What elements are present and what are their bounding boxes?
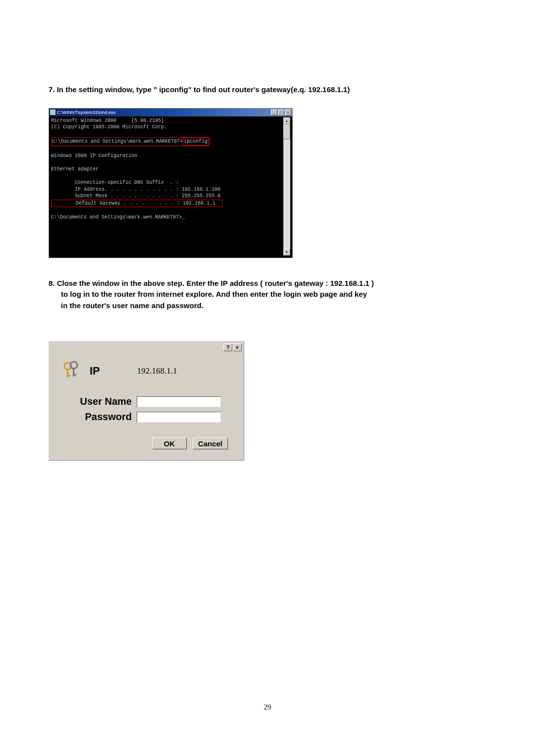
minimize-button[interactable]: _ <box>271 109 277 115</box>
login-body: IP 192.168.1.1 User Name Password OK Can… <box>50 352 243 459</box>
password-label: Password <box>60 411 137 423</box>
scroll-thumb[interactable] <box>283 124 290 139</box>
login-buttons: OK Cancel <box>60 437 233 449</box>
step-8-line2: to log in to the router from internet ex… <box>49 289 486 300</box>
close-button[interactable]: × <box>285 109 291 115</box>
ipconfig-command: ipconfig <box>183 138 209 146</box>
cmd-title: C:\WINNT\system32\cmd.exe <box>50 109 116 115</box>
default-gateway-line: Default Gateway . . . . . . . . . : 192.… <box>51 200 222 208</box>
svg-rect-5 <box>73 374 76 376</box>
password-row: Password <box>60 411 233 423</box>
scroll-up-button[interactable]: ▴ <box>283 117 290 124</box>
login-header: IP 192.168.1.1 <box>60 361 233 381</box>
close-button[interactable]: × <box>233 343 242 351</box>
cmd-line: Windows 2000 IP Configuration <box>51 153 137 159</box>
username-label: User Name <box>60 396 137 407</box>
cmd-prompt: C:\Documents and Settings\mark.wen.MARKE… <box>52 139 183 144</box>
cmd-window-controls: _ □ × <box>271 109 291 115</box>
cmd-highlighted-line: C:\Documents and Settings\mark.wen.MARKE… <box>51 137 210 146</box>
cmd-titlebar: C:\WINNT\system32\cmd.exe _ □ × <box>49 108 292 116</box>
scroll-down-button[interactable]: ▾ <box>283 249 290 256</box>
step-7-text: 7. In the setting window, type " ipconfi… <box>49 84 486 96</box>
cmd-line: Ethernet adapter <box>51 166 99 172</box>
step-8-line1: 8. Close the window in the above step. E… <box>49 278 486 289</box>
cmd-icon <box>50 109 55 115</box>
ip-value: 192.168.1.1 <box>137 366 177 376</box>
cmd-line: Connection-specific DNS Suffix . : <box>51 180 179 185</box>
step-8-text: 8. Close the window in the above step. E… <box>49 278 486 312</box>
cmd-body: Microsoft Windows 2000 [5.00.2195] (C) C… <box>49 116 292 258</box>
cmd-line: IP Address. . . . . . . . . . . . : 192.… <box>51 187 220 192</box>
cmd-scrollbar[interactable]: ▴ ▾ <box>283 117 290 256</box>
cmd-title-text: C:\WINNT\system32\cmd.exe <box>57 110 116 115</box>
step-8-line3: in the router's user name and password. <box>49 300 486 312</box>
login-titlebar: ? × <box>50 342 243 352</box>
ok-button[interactable]: OK <box>152 437 187 449</box>
username-row: User Name <box>60 396 233 407</box>
cmd-window: C:\WINNT\system32\cmd.exe _ □ × Microsof… <box>49 108 293 258</box>
page-number: 29 <box>0 703 535 711</box>
scroll-track[interactable] <box>283 124 290 249</box>
maximize-button[interactable]: □ <box>278 109 284 115</box>
cancel-button[interactable]: Cancel <box>193 437 228 449</box>
cmd-line: Subnet Mask . . . . . . . . . . . : 255.… <box>51 193 220 199</box>
login-dialog: ? × IP 192.168.1.1 User Name Passwor <box>49 341 244 461</box>
svg-rect-2 <box>67 375 70 377</box>
cmd-output: Microsoft Windows 2000 [5.00.2195] (C) C… <box>51 117 283 256</box>
ip-label: IP <box>90 365 100 378</box>
password-input[interactable] <box>137 412 221 423</box>
keys-icon <box>63 361 81 381</box>
help-button[interactable]: ? <box>223 343 232 351</box>
cmd-line: Microsoft Windows 2000 [5.00.2195] <box>51 118 164 123</box>
cmd-prompt: C:\Documents and Settings\mark.wen.MARKE… <box>51 215 185 220</box>
cmd-line: (C) Copyright 1985-2000 Microsoft Corp. <box>51 124 167 130</box>
username-input[interactable] <box>137 396 221 407</box>
